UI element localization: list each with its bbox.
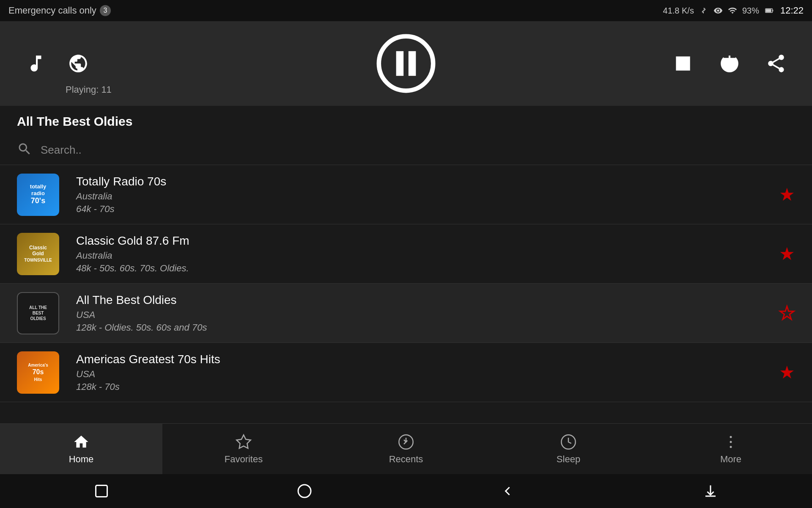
system-nav-bar [0,474,812,508]
power-button[interactable] [719,53,740,74]
station-logo: America's70sHits [17,351,59,394]
station-logo: ALL THEBESTOLDIES [17,292,59,334]
pause-button[interactable] [376,34,436,93]
status-bar-left: Emergency calls only 3 [8,5,111,16]
svg-rect-4 [409,51,416,76]
bottom-nav: Home Favorites Recents Sleep More [0,423,812,474]
station-item[interactable]: ALL THEBESTOLDIES All The Best Oldies US… [0,284,812,343]
player-bar: Playing: 11 [0,21,812,106]
svg-point-11 [730,446,732,448]
notification-button[interactable] [703,483,718,499]
music-icon[interactable] [25,53,47,74]
svg-rect-5 [676,56,690,70]
favorite-button[interactable]: ★ [779,362,795,383]
svg-rect-3 [396,51,404,76]
status-time: 12:22 [780,5,804,16]
nav-more[interactable]: More [650,424,812,474]
globe-icon[interactable] [68,53,89,74]
svg-rect-12 [96,486,107,497]
share-button[interactable] [765,53,787,74]
station-name: Americas Greatest 70s Hits [76,353,779,366]
nav-recents[interactable]: Recents [325,424,487,474]
svg-point-13 [298,485,311,497]
station-country: USA [76,369,779,380]
station-name: All The Best Oldies [76,293,779,307]
station-country: Australia [76,250,779,261]
search-input[interactable] [41,144,795,157]
station-meta: 64k - 70s [76,204,779,215]
recent-apps-button[interactable] [94,483,109,499]
search-bar [0,137,812,165]
station-country: Australia [76,191,779,202]
nav-recents-label: Recents [389,454,423,465]
station-country: USA [76,309,779,320]
nav-home-label: Home [69,454,94,465]
favorite-button[interactable]: ★ [779,243,795,264]
bluetooth-icon [699,6,708,15]
svg-point-2 [379,36,433,91]
station-info: Americas Greatest 70s Hits USA 128k - 70… [76,353,779,392]
station-name: Totally Radio 70s [76,175,779,188]
nav-home[interactable]: Home [0,424,162,474]
nav-favorites[interactable]: Favorites [162,424,325,474]
player-right [672,53,787,74]
nav-favorites-label: Favorites [225,454,263,465]
station-info: Classic Gold 87.6 Fm Australia 48k - 50s… [76,234,779,274]
playing-label: Playing: 11 [66,84,112,95]
stop-button[interactable] [672,53,694,74]
station-meta: 128k - Oldies. 50s. 60s and 70s [76,322,779,333]
back-button[interactable] [500,483,515,499]
notification-badge: 3 [100,5,111,16]
station-info: Totally Radio 70s Australia 64k - 70s [76,175,779,215]
station-info: All The Best Oldies USA 128k - Oldies. 5… [76,293,779,333]
favorite-button[interactable]: ★ [779,303,795,323]
status-bar: Emergency calls only 3 41.8 K/s 93% 12:2… [0,0,812,21]
battery-icon [764,6,775,15]
station-logo: totallyradio70's [17,174,59,216]
nav-sleep[interactable]: Sleep [487,424,650,474]
nav-more-label: More [720,454,741,465]
station-item[interactable]: America's70sHits Americas Greatest 70s H… [0,343,812,402]
station-meta: 48k - 50s. 60s. 70s. Oldies. [76,263,779,274]
station-title-bar: All The Best Oldies [0,106,812,137]
station-item[interactable]: totallyradio70's Totally Radio 70s Austr… [0,165,812,224]
player-left [25,53,89,74]
favorite-button[interactable]: ★ [779,184,795,205]
search-icon [17,141,32,158]
station-item[interactable]: ClassicGoldTOWNSVILLE Classic Gold 87.6 … [0,224,812,284]
svg-rect-1 [766,9,771,12]
emergency-calls-text: Emergency calls only [8,5,96,16]
nav-sleep-label: Sleep [557,454,580,465]
station-title: All The Best Oldies [17,114,132,128]
svg-marker-6 [236,435,250,448]
battery-level: 93% [742,6,759,16]
wifi-icon [728,6,737,15]
visibility-icon [713,6,723,15]
svg-point-10 [730,441,732,443]
network-speed: 41.8 K/s [663,6,694,16]
status-bar-right: 41.8 K/s 93% 12:22 [663,5,804,16]
svg-point-9 [730,436,732,438]
station-meta: 128k - 70s [76,381,779,392]
station-logo: ClassicGoldTOWNSVILLE [17,233,59,275]
home-button[interactable] [297,483,312,499]
station-name: Classic Gold 87.6 Fm [76,234,779,248]
